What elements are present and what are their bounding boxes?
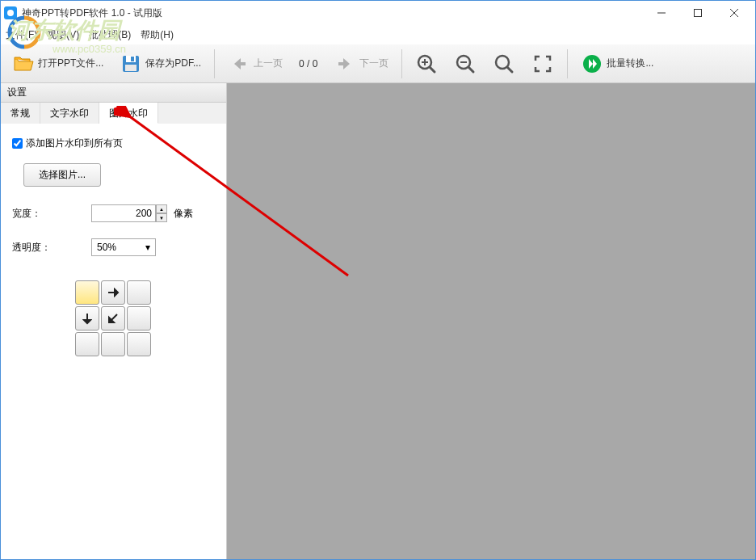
batch-convert-label: 批量转换... — [607, 57, 653, 70]
tab-general[interactable]: 常规 — [1, 103, 40, 124]
open-ppt-label: 打开PPT文件... — [38, 57, 103, 70]
save-icon — [120, 53, 142, 75]
batch-convert-button[interactable]: 批量转换... — [574, 48, 660, 79]
menu-help[interactable]: 帮助(H) — [141, 28, 174, 42]
sidebar-title: 设置 — [1, 83, 226, 103]
opacity-select[interactable]: 50% ▾ — [91, 238, 156, 256]
pos-mid-left[interactable] — [75, 306, 99, 331]
zoom-out-icon — [454, 53, 477, 75]
window-controls — [643, 2, 752, 24]
zoom-in-button[interactable] — [409, 48, 444, 79]
opacity-value: 50% — [97, 242, 116, 253]
arrow-left-icon — [228, 53, 250, 75]
preview-area — [227, 83, 755, 559]
svg-rect-8 — [125, 65, 136, 71]
choose-image-button[interactable]: 选择图片... — [23, 163, 101, 187]
zoom-fit-icon — [493, 53, 515, 75]
save-pdf-button[interactable]: 保存为PDF... — [113, 48, 208, 79]
add-watermark-checkbox[interactable] — [12, 138, 23, 149]
width-input[interactable] — [91, 204, 156, 222]
tab-image-watermark[interactable]: 图片水印 — [99, 103, 158, 124]
titlebar: 神奇PPT转PDF软件 1.0 - 试用版 — [1, 1, 755, 25]
close-button[interactable] — [716, 2, 752, 24]
tab-text-watermark[interactable]: 文字水印 — [40, 103, 99, 124]
pos-mid-right[interactable] — [127, 306, 151, 331]
prev-page-button[interactable]: 上一页 — [221, 48, 289, 79]
add-watermark-label: 添加图片水印到所有页 — [26, 137, 123, 150]
app-icon — [4, 6, 17, 19]
menu-view[interactable]: 视图(V) — [47, 28, 79, 42]
toolbar-separator — [401, 49, 402, 78]
save-pdf-label: 保存为PDF... — [145, 57, 201, 70]
settings-sidebar: 设置 常规 文字水印 图片水印 添加图片水印到所有页 选择图片... 宽度： ▲… — [1, 83, 227, 559]
svg-line-14 — [468, 67, 473, 72]
width-spin-down[interactable]: ▼ — [156, 213, 167, 222]
minimize-button[interactable] — [643, 2, 679, 24]
pos-center[interactable] — [101, 306, 125, 331]
fullscreen-icon — [531, 53, 554, 75]
width-unit: 像素 — [174, 207, 193, 221]
menu-batch[interactable]: 批处理(B) — [89, 28, 131, 42]
svg-line-10 — [430, 67, 435, 72]
svg-point-0 — [7, 10, 14, 16]
prev-page-label: 上一页 — [254, 57, 283, 70]
arrow-right-icon — [334, 53, 356, 75]
menu-file[interactable]: 文件(F) — [6, 28, 37, 42]
opacity-label: 透明度： — [12, 241, 52, 255]
menubar: 文件(F) 视图(V) 批处理(B) 帮助(H) — [1, 25, 755, 44]
fullscreen-button[interactable] — [525, 48, 561, 79]
pos-bot-right[interactable] — [127, 332, 151, 356]
next-page-label: 下一页 — [359, 57, 388, 70]
toolbar-separator — [567, 49, 568, 78]
window-title: 神奇PPT转PDF软件 1.0 - 试用版 — [22, 6, 643, 20]
toolbar-separator — [214, 49, 215, 78]
svg-line-17 — [507, 67, 512, 72]
next-page-button[interactable]: 下一页 — [327, 48, 395, 79]
chevron-down-icon: ▾ — [145, 242, 150, 253]
pos-top-left[interactable] — [75, 280, 99, 305]
open-ppt-button[interactable]: 打开PPT文件... — [6, 48, 110, 79]
pos-bot-left[interactable] — [75, 332, 99, 356]
maximize-button[interactable] — [679, 2, 716, 24]
page-counter: 0 / 0 — [292, 58, 324, 69]
settings-tabs: 常规 文字水印 图片水印 — [1, 103, 226, 124]
pos-bot-center[interactable] — [101, 332, 125, 356]
toolbar: 打开PPT文件... 保存为PDF... 上一页 0 / 0 下一页 — [1, 44, 755, 83]
width-spin-up[interactable]: ▲ — [156, 204, 167, 213]
folder-open-icon — [12, 53, 35, 75]
svg-rect-7 — [131, 57, 134, 61]
svg-rect-2 — [694, 10, 701, 17]
image-watermark-panel: 添加图片水印到所有页 选择图片... 宽度： ▲ ▼ 像素 透明度： 50% — [1, 124, 226, 369]
zoom-in-icon — [415, 53, 438, 75]
batch-convert-icon — [581, 53, 603, 75]
content-area: 设置 常规 文字水印 图片水印 添加图片水印到所有页 选择图片... 宽度： ▲… — [1, 83, 755, 559]
zoom-fit-button[interactable] — [486, 48, 522, 79]
zoom-out-button[interactable] — [447, 48, 483, 79]
pos-top-right[interactable] — [127, 280, 151, 305]
position-grid — [75, 280, 215, 356]
pos-top-center[interactable] — [101, 280, 125, 305]
width-label: 宽度： — [12, 207, 52, 221]
